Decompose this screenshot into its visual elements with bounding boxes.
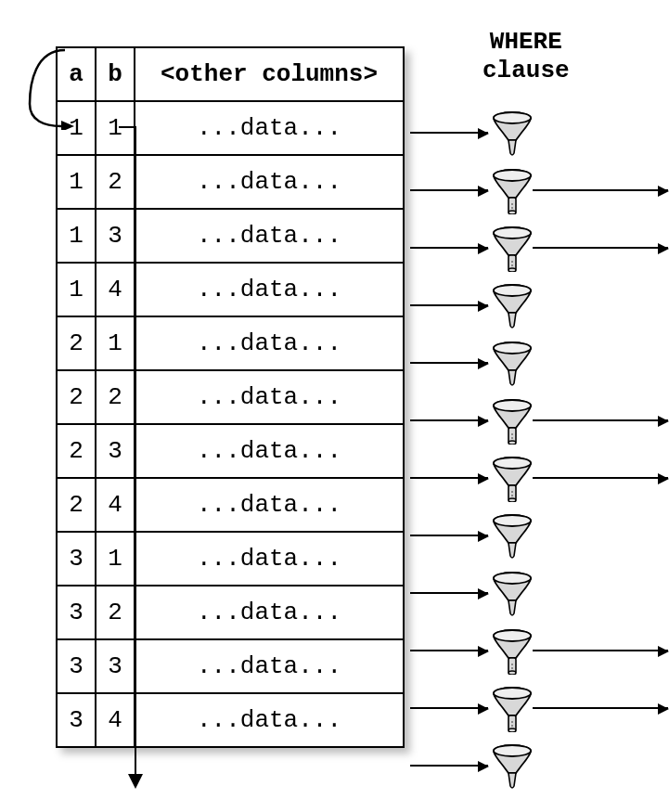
cell-a: 2 [57, 316, 96, 370]
cell-a: 1 [57, 263, 96, 316]
cell-a: 2 [57, 370, 96, 424]
arrow-to-filter-icon [410, 650, 488, 651]
where-text: WHERE [490, 28, 562, 56]
svg-point-4 [494, 170, 531, 181]
cell-a: 1 [57, 209, 96, 263]
table-row: 11...data... [57, 101, 404, 155]
table-row: 21...data... [57, 316, 404, 370]
arrow-to-filter-icon [410, 535, 488, 536]
arrow-to-filter-icon [410, 707, 488, 709]
arrow-pass-icon [533, 650, 668, 651]
cell-data: ...data... [135, 263, 404, 316]
svg-point-14 [494, 285, 531, 296]
cell-data: ...data... [135, 209, 404, 263]
cell-data: ...data... [135, 101, 404, 155]
svg-point-18 [494, 400, 531, 411]
arrow-to-filter-icon [410, 362, 488, 364]
table-row: 13...data... [57, 209, 404, 263]
table-row: 24...data... [57, 478, 404, 532]
arrow-to-filter-icon [410, 189, 488, 191]
table-row: 33...data... [57, 639, 404, 693]
svg-point-2 [494, 112, 531, 123]
funnel-filter-icon [492, 341, 533, 387]
cell-data: ...data... [135, 478, 404, 532]
svg-point-40 [508, 728, 516, 732]
header-row: a b <other columns> [57, 47, 404, 101]
index-scan-diagram: WHERE clause a b <other columns> 11...da… [28, 28, 659, 807]
funnel-filter-icon [492, 226, 533, 272]
funnel-filter-icon [492, 686, 533, 732]
funnel-filter-icon [492, 743, 533, 790]
cell-data: ...data... [135, 424, 404, 478]
svg-point-16 [494, 342, 531, 354]
table-row: 14...data... [57, 263, 404, 316]
cell-a: 2 [57, 478, 96, 532]
cell-data: ...data... [135, 586, 404, 639]
arrow-to-filter-icon [410, 419, 488, 421]
cell-data: ...data... [135, 370, 404, 424]
cell-data: ...data... [135, 155, 404, 209]
svg-point-7 [508, 211, 516, 214]
funnel-filter-icon [492, 283, 533, 329]
svg-point-42 [494, 745, 531, 756]
svg-point-32 [494, 630, 531, 641]
where-clause-label: WHERE clause [482, 28, 570, 85]
svg-point-28 [494, 515, 531, 526]
funnel-filter-icon [492, 398, 533, 445]
funnel-filter-icon [492, 571, 533, 617]
arrow-pass-icon [533, 477, 668, 479]
svg-point-30 [494, 573, 531, 584]
svg-point-12 [508, 268, 516, 272]
arrow-to-filter-icon [410, 304, 488, 306]
header-other: <other columns> [135, 47, 404, 101]
arrow-pass-icon [533, 247, 668, 249]
entry-arrow-icon [28, 46, 84, 130]
funnel-filter-icon [492, 110, 533, 157]
funnel-filter-icon [492, 168, 533, 214]
table-row: 31...data... [57, 532, 404, 586]
svg-point-21 [508, 441, 516, 445]
arrow-pass-icon [533, 189, 668, 191]
arrow-to-filter-icon [410, 765, 488, 767]
cell-a: 3 [57, 586, 96, 639]
table-row: 23...data... [57, 424, 404, 478]
cell-a: 2 [57, 424, 96, 478]
svg-point-9 [494, 227, 531, 238]
cell-a: 3 [57, 639, 96, 693]
cell-a: 3 [57, 532, 96, 586]
arrow-to-filter-icon [410, 477, 488, 479]
arrow-to-filter-icon [410, 247, 488, 249]
table-row: 34...data... [57, 693, 404, 747]
svg-marker-0 [61, 121, 74, 130]
scan-arrow-icon [128, 126, 143, 791]
cell-data: ...data... [135, 316, 404, 370]
funnel-filter-icon [492, 628, 533, 675]
table-row: 12...data... [57, 155, 404, 209]
cell-a: 3 [57, 693, 96, 747]
header-b: b [96, 47, 135, 101]
arrow-to-filter-icon [410, 132, 488, 134]
cell-a: 1 [57, 155, 96, 209]
svg-point-35 [508, 671, 516, 675]
arrow-to-filter-icon [410, 592, 488, 594]
cell-data: ...data... [135, 639, 404, 693]
funnel-filter-icon [492, 456, 533, 502]
data-table: a b <other columns> 11...data...12...dat… [56, 46, 405, 748]
arrow-pass-icon [533, 419, 668, 421]
arrow-pass-icon [533, 707, 668, 709]
table-row: 32...data... [57, 586, 404, 639]
funnel-filter-icon [492, 513, 533, 560]
clause-text: clause [482, 57, 570, 84]
table-row: 22...data... [57, 370, 404, 424]
svg-point-23 [494, 458, 531, 469]
svg-point-37 [494, 688, 531, 699]
svg-point-26 [508, 498, 516, 502]
cell-data: ...data... [135, 693, 404, 747]
cell-data: ...data... [135, 532, 404, 586]
